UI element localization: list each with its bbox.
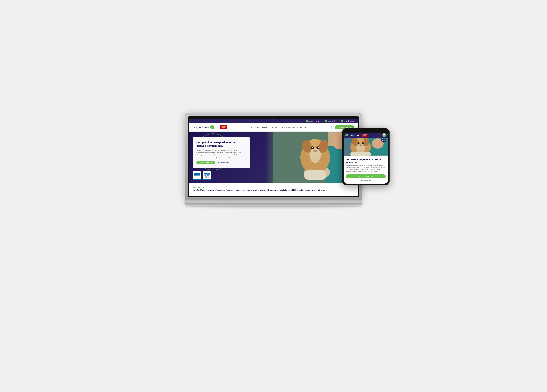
menu-line-3 [383,136,385,136]
phone-screen: Langford Vets University ofBRISTOL [344,133,388,184]
laptop-foot [185,203,362,205]
svg-point-13 [318,147,319,148]
svg-point-15 [310,148,321,163]
hero-buttons: Help & Emergencies Visit Langford Vets [196,161,246,164]
phone-bristol-text: University ofBRISTOL [362,134,367,136]
phone-device: Langford Vets University ofBRISTOL [342,128,390,186]
nav-forvets[interactable]: For vets ▾ [272,126,279,128]
hero-title: Compassionate expertise for our beloved … [196,141,246,147]
menu-line-2 [383,135,385,135]
phone-hero-image: Play [344,138,388,156]
nav-links: About us ▾ Services ▾ For vets [251,126,306,128]
laptop-screen-bezel: Attend our events Work With Us Pay bill … [188,116,359,197]
laptop-base [185,200,362,203]
laptop-device: Attend our events Work With Us Pay bill … [185,113,362,208]
top-bar: Attend our events Work With Us Pay bill … [189,119,358,123]
phone-content: Compassionate expertise for our beloved … [344,156,388,184]
svg-point-26 [359,143,359,143]
topbar-events-label: Attend our events [308,120,321,122]
scene: Attend our events Work With Us Pay bill … [163,113,384,279]
find-service-underline [193,193,200,193]
phone-logo-icon [345,134,348,136]
rcvs-badge-2-bottom: EQUINE PRACTICE [204,176,210,178]
chevron-down-icon: ▾ [269,126,269,128]
topbar-work[interactable]: Work With Us [325,120,338,122]
topbar-work-label: Work With Us [328,120,338,122]
phone-body: Langford Vets University ofBRISTOL [342,128,390,186]
find-service-bar: Find a service Langford Vets is a group … [189,183,358,196]
nav-about[interactable]: About us ▾ [251,126,259,128]
bristol-logo: University ofBRISTOL [220,125,227,129]
laptop-screen: Attend our events Work With Us Pay bill … [189,119,358,196]
chevron-down-icon: ▾ [258,126,259,128]
hero-visit-link[interactable]: Visit Langford Vets [217,162,229,163]
bristol-badge: University ofBRISTOL [220,125,227,129]
topbar-pay[interactable]: Pay bill online [342,120,354,122]
hero-help-button[interactable]: Help & Emergencies [196,161,215,164]
bristol-text: University ofBRISTOL [221,126,226,128]
svg-rect-16 [304,170,326,179]
logo-leaf-icon [211,126,213,128]
rcvs-badge-1-bottom: SMALL ANIMAL [194,177,200,178]
logo-icon [210,125,214,129]
phone-logo-divider [360,133,360,137]
phone-help-button[interactable]: Help & Emergencies [346,174,386,178]
phone-menu-button[interactable] [382,133,386,137]
phone-notch [360,130,371,132]
nav-contact[interactable]: Contact us [297,126,306,128]
logo-text: Langford Vets [193,126,209,129]
nav-services[interactable]: Services ▾ [261,126,269,128]
phone-bristol-logo: University ofBRISTOL [362,134,367,137]
phone-hero-title: Compassionate expertise for our beloved … [346,158,386,163]
page-container: Attend our events Work With Us Pay bill … [163,113,384,279]
rcvs-badge-1: RCVS ACCREDITEDPRACTICE SMALL ANIMAL [193,171,201,179]
navbar-logo: Langford Vets [193,125,227,130]
phone-play-button[interactable]: Play [381,139,386,142]
svg-point-12 [312,147,313,148]
website-content: Attend our events Work With Us Pay bill … [189,119,358,196]
calendar-icon [306,120,308,122]
svg-point-27 [363,143,363,143]
credit-card-icon [342,120,343,122]
chevron-down-icon: ▾ [294,126,295,128]
navbar: Langford Vets [189,123,358,132]
logo-divider [217,125,217,130]
phone-logo-area: Langford Vets University ofBRISTOL [345,133,367,137]
phone-hero-desc: We are a customer-focused group of veter… [346,165,386,173]
search-button[interactable]: 🔍 [330,126,333,129]
find-service-text: Langford Vets is a group of customer foc… [193,189,354,192]
rcvs-badge-2-mid: ACCREDITEDPRACTICE [204,174,210,176]
find-service-label[interactable]: Find a service [193,186,354,188]
svg-rect-30 [350,152,371,156]
hero-section: Compassionate expertise for our beloved … [189,132,358,183]
phone-visit-link[interactable]: Visit Langford Vets [346,180,386,181]
chevron-down-icon: ▾ [279,126,279,128]
laptop-shadow [185,206,362,208]
laptop-body: Attend our events Work With Us Pay bill … [185,113,362,200]
menu-line-1 [383,134,385,135]
hero-badges: RCVS ACCREDITEDPRACTICE SMALL ANIMAL RCV… [193,171,211,179]
play-button[interactable]: Play [349,133,356,137]
nav-insights[interactable]: Animal insights ▾ [282,126,295,128]
topbar-events[interactable]: Attend our events [306,120,321,122]
hero-description: We are a customer-focused group of veter… [196,149,246,158]
rcvs-badge-2: RCVS ACCREDITEDPRACTICE EQUINE PRACTICE [203,171,211,179]
topbar-pay-label: Pay bill online [344,120,354,122]
hero-card: Compassionate expertise for our beloved … [193,137,250,168]
briefcase-icon [325,120,327,122]
